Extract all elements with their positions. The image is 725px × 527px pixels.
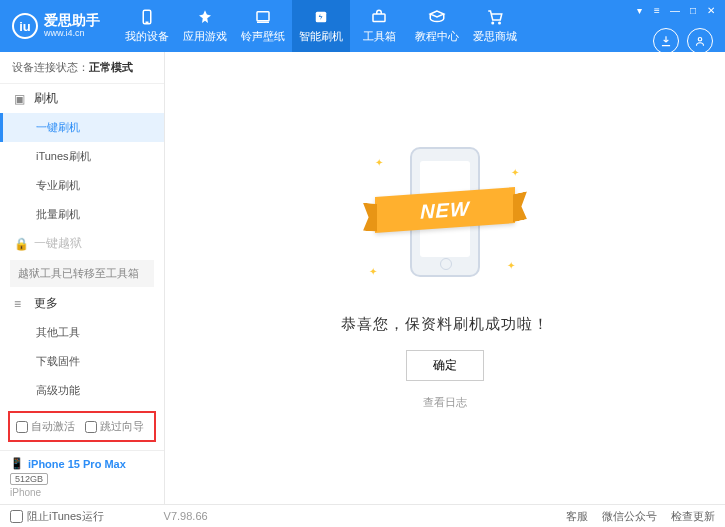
sidebar-item-other-tools[interactable]: 其他工具 <box>0 318 164 347</box>
checkbox-auto-activate[interactable]: 自动激活 <box>16 419 75 434</box>
version-label: V7.98.66 <box>164 510 208 522</box>
nav-my-device[interactable]: 我的设备 <box>118 0 176 52</box>
flash-group-icon: ▣ <box>14 92 28 106</box>
footer-support[interactable]: 客服 <box>566 509 588 524</box>
svg-rect-4 <box>373 14 385 22</box>
nav-ringtone-wallpaper[interactable]: 铃声壁纸 <box>234 0 292 52</box>
svg-point-7 <box>698 38 702 42</box>
svg-rect-2 <box>257 12 269 21</box>
success-message: 恭喜您，保资料刷机成功啦！ <box>341 315 549 334</box>
device-storage-badge: 512GB <box>10 473 48 485</box>
footer-wechat[interactable]: 微信公众号 <box>602 509 657 524</box>
sidebar-item-itunes-flash[interactable]: iTunes刷机 <box>0 142 164 171</box>
maximize-button[interactable]: □ <box>685 3 701 17</box>
options-highlight-box: 自动激活 跳过向导 <box>8 411 156 442</box>
logo-area: iu 爱思助手 www.i4.cn <box>0 13 112 39</box>
window-controls: ▾ ≡ — □ ✕ <box>625 0 725 20</box>
main-nav: 我的设备 应用游戏 铃声壁纸 智能刷机 工具箱 教程中心 爱思商城 <box>118 0 524 52</box>
nav-smart-flash[interactable]: 智能刷机 <box>292 0 350 52</box>
checkbox-skip-guide[interactable]: 跳过向导 <box>85 419 144 434</box>
nav-tutorial-center[interactable]: 教程中心 <box>408 0 466 52</box>
user-button[interactable] <box>687 28 713 54</box>
svg-point-6 <box>499 22 501 24</box>
logo-icon: iu <box>12 13 38 39</box>
nav-apps-games[interactable]: 应用游戏 <box>176 0 234 52</box>
app-name: 爱思助手 <box>44 13 100 28</box>
status-bar: 阻止iTunes运行 V7.98.66 客服 微信公众号 检查更新 <box>0 504 725 527</box>
sidebar-group-more[interactable]: ≡ 更多 <box>0 289 164 318</box>
sidebar-group-jailbreak[interactable]: 🔒 一键越狱 <box>0 229 164 258</box>
nav-shop[interactable]: 爱思商城 <box>466 0 524 52</box>
svg-point-5 <box>492 22 494 24</box>
connection-status: 设备连接状态：正常模式 <box>0 52 164 84</box>
lock-icon: 🔒 <box>14 237 28 251</box>
footer-check-update[interactable]: 检查更新 <box>671 509 715 524</box>
flash-icon <box>312 8 330 26</box>
tools-icon <box>370 8 388 26</box>
ok-button[interactable]: 确定 <box>406 350 484 381</box>
sidebar-item-download-firmware[interactable]: 下载固件 <box>0 347 164 376</box>
sidebar-item-batch-flash[interactable]: 批量刷机 <box>0 200 164 229</box>
new-banner: NEW <box>375 187 515 233</box>
minimize-button[interactable]: — <box>667 3 683 17</box>
phone-icon: 📱 <box>10 457 24 470</box>
sidebar-item-advanced[interactable]: 高级功能 <box>0 376 164 405</box>
main-content: NEW ✦ ✦ ✦ ✦ 恭喜您，保资料刷机成功啦！ 确定 查看日志 <box>165 52 725 504</box>
apps-icon <box>196 8 214 26</box>
success-illustration: NEW ✦ ✦ ✦ ✦ <box>355 137 535 297</box>
device-type: iPhone <box>10 487 154 498</box>
sidebar-item-pro-flash[interactable]: 专业刷机 <box>0 171 164 200</box>
app-url: www.i4.cn <box>44 29 100 39</box>
list-button[interactable]: ≡ <box>649 3 665 17</box>
media-icon <box>254 8 272 26</box>
sidebar-group-flash[interactable]: ▣ 刷机 <box>0 84 164 113</box>
view-log-link[interactable]: 查看日志 <box>423 395 467 410</box>
shop-icon <box>486 8 504 26</box>
download-button[interactable] <box>653 28 679 54</box>
device-name: 📱 iPhone 15 Pro Max <box>10 457 154 470</box>
sidebar: 设备连接状态：正常模式 ▣ 刷机 一键刷机 iTunes刷机 专业刷机 批量刷机… <box>0 52 165 504</box>
device-icon <box>138 8 156 26</box>
sidebar-item-one-click-flash[interactable]: 一键刷机 <box>0 113 164 142</box>
tutorial-icon <box>428 8 446 26</box>
device-info[interactable]: 📱 iPhone 15 Pro Max 512GB iPhone <box>0 450 164 504</box>
close-button[interactable]: ✕ <box>703 3 719 17</box>
more-icon: ≡ <box>14 297 28 311</box>
app-header: iu 爱思助手 www.i4.cn 我的设备 应用游戏 铃声壁纸 智能刷机 工具… <box>0 0 725 52</box>
nav-toolbox[interactable]: 工具箱 <box>350 0 408 52</box>
jailbreak-moved-note: 越狱工具已转移至工具箱 <box>10 260 154 287</box>
block-itunes-checkbox[interactable]: 阻止iTunes运行 <box>10 509 104 524</box>
menu-button[interactable]: ▾ <box>631 3 647 17</box>
